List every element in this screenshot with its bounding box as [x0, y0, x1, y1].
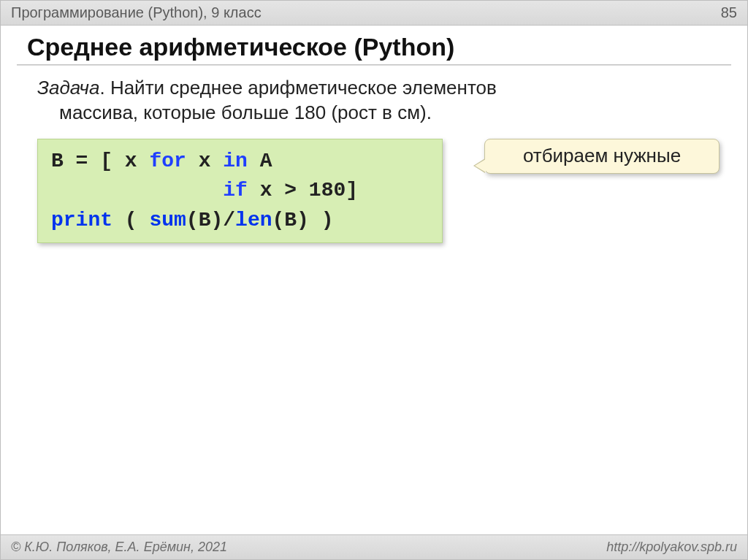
code-l3-a: (	[112, 209, 149, 231]
topbar: Программирование (Python), 9 класс 85	[1, 1, 747, 26]
code-l2-b: x > 180]	[248, 179, 358, 202]
slide: Программирование (Python), 9 класс 85 Ср…	[0, 0, 748, 560]
page-title: Среднее арифметическое (Python)	[1, 26, 747, 64]
kw-print: print	[51, 209, 112, 231]
code-area: B = [ x for x in A if x > 180] print ( s…	[37, 139, 711, 244]
code-box: B = [ x for x in A if x > 180] print ( s…	[37, 139, 443, 244]
footer: © К.Ю. Поляков, Е.А. Ерёмин, 2021 http:/…	[1, 534, 747, 559]
footer-right: http://kpolyakov.spb.ru	[606, 540, 737, 555]
task-label: Задача	[37, 77, 99, 99]
title-rule	[17, 64, 731, 66]
kw-len: len	[235, 209, 272, 231]
code-l1-a: B = [ x	[51, 150, 149, 172]
code-l1-b: x	[186, 150, 223, 172]
kw-if: if	[223, 179, 248, 202]
page-number: 85	[721, 4, 737, 21]
kw-in: in	[223, 150, 248, 172]
code-l3-c: (B) )	[272, 209, 334, 231]
kw-sum: sum	[149, 209, 186, 231]
callout: отбираем нужные	[484, 139, 720, 174]
code-l1-c: A	[248, 150, 272, 172]
footer-left: © К.Ю. Поляков, Е.А. Ерёмин, 2021	[11, 540, 227, 555]
callout-text: отбираем нужные	[523, 145, 681, 167]
code-l2-a	[51, 179, 223, 202]
task-line2: массива, которые больше 180 (рост в см).	[37, 101, 711, 126]
task-line1: . Найти среднее арифметическое элементов	[99, 77, 496, 99]
code-l3-b: (B)/	[186, 209, 235, 231]
kw-for: for	[149, 150, 186, 172]
task-text: Задача. Найти среднее арифметическое эле…	[1, 72, 747, 134]
subject-label: Программирование (Python), 9 класс	[11, 4, 262, 21]
